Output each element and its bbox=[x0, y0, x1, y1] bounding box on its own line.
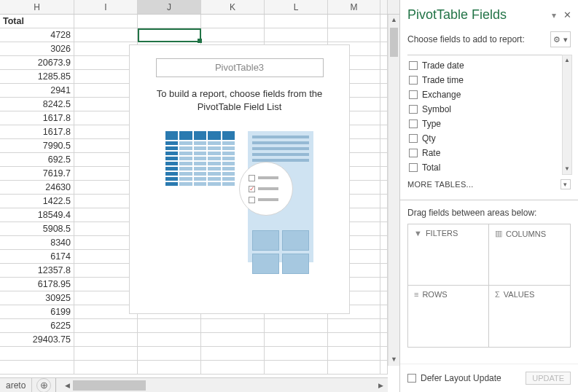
checkbox[interactable] bbox=[409, 105, 418, 114]
cell[interactable]: 3026 bbox=[0, 42, 74, 56]
close-icon[interactable]: ✕ bbox=[562, 9, 572, 20]
scroll-down-icon[interactable]: ▼ bbox=[388, 354, 399, 366]
values-drop-area[interactable]: ΣVALUES bbox=[489, 286, 570, 347]
cell[interactable] bbox=[138, 361, 201, 375]
cell[interactable] bbox=[74, 70, 138, 84]
cell[interactable] bbox=[74, 319, 138, 333]
cell[interactable] bbox=[138, 28, 201, 42]
cell[interactable] bbox=[380, 56, 388, 70]
cell[interactable] bbox=[74, 153, 138, 167]
col-header-j[interactable]: J bbox=[138, 0, 201, 14]
more-tables-link[interactable]: MORE TABLES... ▾ bbox=[400, 175, 578, 194]
cell[interactable] bbox=[265, 28, 328, 42]
cell[interactable]: 2941 bbox=[0, 84, 74, 98]
cell[interactable] bbox=[380, 264, 388, 278]
scroll-left-icon[interactable]: ◀ bbox=[61, 382, 73, 389]
field-item[interactable]: Total bbox=[407, 160, 571, 175]
scroll-down-icon[interactable]: ▼ bbox=[563, 164, 571, 174]
cell[interactable]: 8340 bbox=[0, 236, 74, 250]
cell[interactable]: 6225 bbox=[0, 319, 74, 333]
cell[interactable] bbox=[380, 278, 388, 291]
checkbox[interactable] bbox=[409, 76, 418, 85]
filters-drop-area[interactable]: ▼FILTERS bbox=[408, 224, 489, 286]
cell[interactable]: 24630 bbox=[0, 181, 74, 195]
field-item[interactable]: Rate bbox=[407, 146, 571, 160]
cell[interactable]: 6174 bbox=[0, 250, 74, 264]
cell[interactable] bbox=[74, 28, 138, 42]
cell[interactable] bbox=[138, 333, 201, 347]
gear-icon[interactable]: ⚙ ▾ bbox=[550, 31, 571, 47]
cell[interactable] bbox=[201, 347, 265, 361]
cell[interactable]: 20673.9 bbox=[0, 56, 74, 70]
cell[interactable] bbox=[74, 347, 138, 361]
field-item[interactable]: Exchange bbox=[407, 87, 571, 102]
cell[interactable] bbox=[265, 319, 328, 333]
cell[interactable] bbox=[380, 347, 388, 361]
update-button[interactable]: UPDATE bbox=[526, 372, 571, 385]
checkbox[interactable] bbox=[409, 134, 418, 143]
field-item[interactable]: Trade date bbox=[407, 58, 571, 73]
pivot-placeholder[interactable]: PivotTable3 To build a report, choose fi… bbox=[129, 44, 350, 314]
cell[interactable] bbox=[380, 139, 388, 153]
field-item[interactable]: Trade time bbox=[407, 73, 571, 87]
cell[interactable] bbox=[380, 98, 388, 111]
cell[interactable] bbox=[74, 181, 138, 195]
rows-drop-area[interactable]: ≡ROWS bbox=[408, 286, 489, 347]
col-header-k[interactable]: K bbox=[201, 0, 265, 14]
cell[interactable] bbox=[138, 319, 201, 333]
cell[interactable] bbox=[328, 333, 380, 347]
field-item[interactable]: Type bbox=[407, 117, 571, 131]
expand-icon[interactable]: ▾ bbox=[561, 179, 571, 189]
cell[interactable] bbox=[74, 84, 138, 98]
cell[interactable] bbox=[380, 153, 388, 167]
field-list-scrollbar[interactable]: ▲ ▼ bbox=[562, 55, 572, 175]
cell[interactable] bbox=[380, 111, 388, 125]
cell[interactable] bbox=[74, 125, 138, 139]
cell[interactable]: 1422.5 bbox=[0, 195, 74, 208]
cell[interactable]: 29403.75 bbox=[0, 333, 74, 347]
cell[interactable] bbox=[380, 291, 388, 305]
cell[interactable] bbox=[201, 319, 265, 333]
cell[interactable] bbox=[201, 333, 265, 347]
scroll-up-icon[interactable]: ▲ bbox=[388, 15, 399, 26]
cell[interactable] bbox=[74, 98, 138, 111]
cell[interactable] bbox=[74, 167, 138, 181]
cell[interactable] bbox=[74, 111, 138, 125]
checkbox[interactable] bbox=[409, 119, 418, 128]
checkbox[interactable] bbox=[409, 61, 418, 70]
cell[interactable] bbox=[265, 333, 328, 347]
grid-area[interactable]: Total4728302620673.91285.8529418242.5161… bbox=[0, 15, 399, 392]
cell[interactable] bbox=[328, 28, 380, 42]
cell[interactable] bbox=[74, 42, 138, 56]
cell[interactable] bbox=[138, 347, 201, 361]
cell[interactable] bbox=[380, 181, 388, 195]
cell[interactable] bbox=[380, 167, 388, 181]
pane-options-icon[interactable]: ▾ bbox=[549, 10, 559, 20]
cell[interactable] bbox=[328, 347, 380, 361]
cell[interactable] bbox=[201, 28, 265, 42]
cell[interactable] bbox=[380, 250, 388, 264]
col-header-l[interactable]: L bbox=[265, 0, 328, 14]
cell[interactable] bbox=[380, 319, 388, 333]
cell[interactable]: 30925 bbox=[0, 291, 74, 305]
columns-drop-area[interactable]: ▥COLUMNS bbox=[489, 224, 570, 286]
cell[interactable] bbox=[0, 347, 74, 361]
cell[interactable] bbox=[201, 15, 265, 28]
hscroll-thumb[interactable] bbox=[73, 380, 146, 391]
cell[interactable] bbox=[74, 250, 138, 264]
cell[interactable] bbox=[380, 236, 388, 250]
cell[interactable] bbox=[328, 361, 380, 375]
cell[interactable] bbox=[74, 305, 138, 319]
cell[interactable] bbox=[380, 15, 388, 28]
cell[interactable]: 4728 bbox=[0, 28, 74, 42]
cell[interactable] bbox=[380, 361, 388, 375]
cell[interactable]: 12357.8 bbox=[0, 264, 74, 278]
cell[interactable]: 1617.8 bbox=[0, 125, 74, 139]
scroll-right-icon[interactable]: ▶ bbox=[375, 382, 386, 389]
cell[interactable] bbox=[74, 291, 138, 305]
cell[interactable] bbox=[380, 70, 388, 84]
cell[interactable] bbox=[380, 208, 388, 222]
checkbox[interactable] bbox=[409, 163, 418, 172]
cell[interactable] bbox=[74, 208, 138, 222]
cell[interactable] bbox=[380, 125, 388, 139]
